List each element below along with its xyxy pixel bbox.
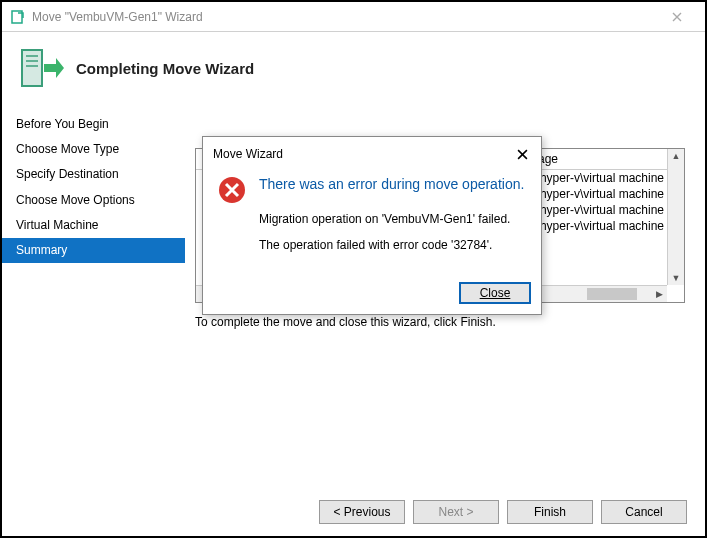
sidebar-item-summary[interactable]: Summary [2,238,185,263]
window-title: Move "VembuVM-Gen1" Wizard [32,10,657,24]
sidebar-item-specify-destination[interactable]: Specify Destination [2,162,185,187]
next-button: Next > [413,500,499,524]
dialog-heading: There was an error during move operation… [259,175,527,194]
app-icon [10,9,26,25]
titlebar: Move "VembuVM-Gen1" Wizard [2,2,705,32]
wizard-steps-sidebar: Before You Begin Choose Move Type Specif… [2,108,185,460]
scroll-up-icon[interactable]: ▲ [670,149,683,163]
error-icon [217,175,247,205]
sidebar-item-virtual-machine[interactable]: Virtual Machine [2,213,185,238]
dialog-title-text: Move Wizard [213,147,283,161]
wizard-footer: < Previous Next > Finish Cancel [319,500,687,524]
scroll-right-icon[interactable]: ▶ [654,287,665,301]
dialog-close-icon[interactable] [511,143,533,165]
wizard-header: Completing Move Wizard [2,32,705,108]
wizard-window: Move "VembuVM-Gen1" Wizard Completing Mo… [0,0,707,538]
dialog-close-button[interactable]: Close [459,282,531,304]
previous-button[interactable]: < Previous [319,500,405,524]
dialog-detail-1: Migration operation on 'VembuVM-Gen1' fa… [259,212,527,226]
dialog-titlebar: Move Wizard [203,137,541,169]
dialog-detail-2: The operation failed with error code '32… [259,238,527,252]
cancel-button[interactable]: Cancel [601,500,687,524]
error-dialog: Move Wizard There was an error during mo… [202,136,542,315]
completion-hint: To complete the move and close this wiza… [195,315,685,329]
window-close-button[interactable] [657,3,697,31]
scroll-down-icon[interactable]: ▼ [670,271,683,285]
dialog-body: There was an error during move operation… [203,169,541,276]
dialog-footer: Close [203,276,541,314]
finish-button[interactable]: Finish [507,500,593,524]
sidebar-item-before-you-begin[interactable]: Before You Begin [2,112,185,137]
dialog-message: There was an error during move operation… [259,175,527,264]
page-title: Completing Move Wizard [76,60,254,77]
server-move-icon [18,44,66,92]
sidebar-item-choose-move-options[interactable]: Choose Move Options [2,188,185,213]
sidebar-item-choose-move-type[interactable]: Choose Move Type [2,137,185,162]
vertical-scrollbar[interactable]: ▲ ▼ [667,149,684,285]
scroll-thumb[interactable] [587,288,637,300]
